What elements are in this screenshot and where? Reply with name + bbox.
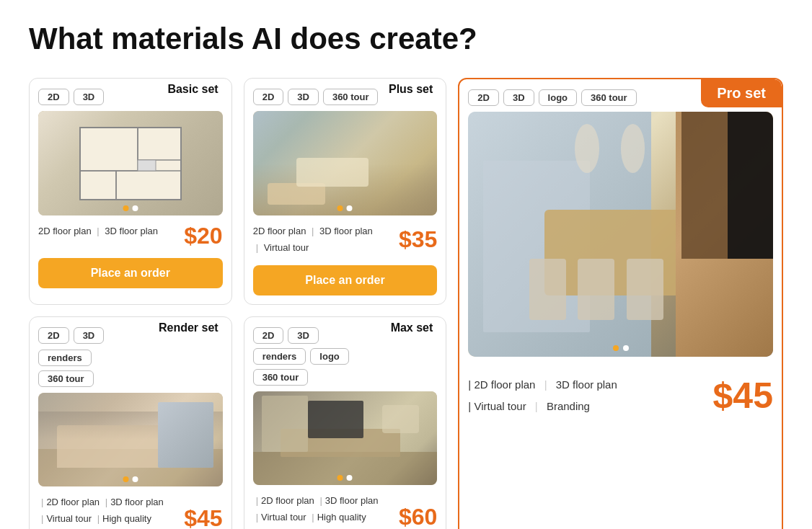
render-set-dots [123, 476, 138, 482]
tag-3d: 3D [503, 89, 534, 106]
dot-inactive [132, 476, 138, 482]
max-set-card: Max set 2D 3D renders logo 360 tour [244, 316, 447, 529]
feat-3d-floor: 3D floor plan [325, 495, 379, 506]
tag-2d: 2D [253, 89, 284, 105]
tag-3d: 3D [288, 327, 319, 344]
render-set-title: Render set [146, 317, 231, 339]
basic-set-title: Basic set [154, 79, 231, 100]
page-title: What materials AI does create? [29, 22, 783, 56]
max-set-price: $60 [399, 504, 437, 529]
plus-set-price: $35 [399, 226, 437, 253]
feat-branding: Branding [547, 400, 590, 412]
feat-virtual: Virtual tour [261, 512, 306, 523]
dot-active [613, 345, 619, 351]
plus-set-image [253, 111, 438, 215]
pro-set-bottom: | 2D floor plan | 3D floor plan | Virtua… [468, 374, 773, 417]
tag-renders: renders [253, 348, 306, 365]
basic-set-dots [123, 205, 138, 211]
feat-2d-floor: 2D floor plan [46, 497, 100, 507]
feat-2d-floor: 2D floor plan [38, 226, 92, 236]
svg-rect-5 [138, 160, 156, 171]
pro-set-price: $45 [713, 375, 773, 417]
plus-set-dots [337, 205, 353, 211]
basic-set-card: Basic set 2D 3D [29, 78, 232, 305]
dot-inactive [132, 205, 138, 211]
dot-inactive [623, 345, 629, 351]
render-set-price: $45 [184, 505, 222, 529]
tag-360: 360 tour [38, 370, 94, 387]
tag-3d: 3D [288, 89, 319, 105]
basic-set-price: $20 [184, 223, 222, 249]
tag-2d: 2D [38, 89, 69, 105]
feat-virtual-tour: Virtual tour [264, 242, 309, 253]
render-set-features: |2D floor plan |3D floor plan |Virtual t… [38, 494, 164, 529]
cards-grid: Basic set 2D 3D [29, 78, 783, 529]
plus-set-title: Plus set [376, 79, 446, 100]
tag-2d: 2D [468, 89, 499, 106]
dot-inactive [347, 205, 353, 211]
feat-2d-floor: 2D floor plan [474, 378, 535, 391]
feat-3d-floor: 3D floor plan [110, 497, 164, 507]
render-set-body: |2D floor plan |3D floor plan |Virtual t… [38, 494, 223, 529]
basic-set-features: 2D floor plan | 3D floor plan [38, 223, 158, 239]
tag-2d: 2D [253, 327, 284, 344]
tag-2d: 2D [38, 327, 69, 344]
max-set-features: |2D floor plan |3D floor plan |Virtual t… [253, 492, 379, 529]
pro-set-dots [613, 345, 629, 351]
feat-2d-floor: 2D floor plan [253, 226, 306, 236]
tag-3d: 3D [74, 327, 105, 344]
tag-3d: 3D [74, 89, 105, 105]
svg-rect-0 [80, 128, 181, 200]
basic-set-order-button[interactable]: Place an order [38, 258, 223, 288]
tag-renders: renders [38, 350, 92, 366]
plus-set-card: Plus set 2D 3D 360 tour 2D floor plan | [244, 78, 447, 305]
max-set-dots [337, 475, 353, 481]
plus-set-order-button[interactable]: Place an order [253, 265, 438, 295]
feat-2d-floor: 2D floor plan [261, 495, 314, 506]
feat-3d-floor: 3D floor plan [105, 226, 158, 236]
basic-set-body: 2D floor plan | 3D floor plan $20 [38, 223, 223, 249]
tag-logo: logo [539, 89, 577, 106]
pro-set-card: Pro set 2D 3D logo 360 tour [458, 78, 783, 529]
dot-active [337, 475, 343, 481]
plus-set-features: 2D floor plan | 3D floor plan | Virtual … [253, 223, 373, 257]
feat-virtual: Virtual tour [46, 513, 92, 524]
dot-active [123, 205, 128, 211]
pro-set-title: Pro set [701, 79, 782, 107]
plus-set-body: 2D floor plan | 3D floor plan | Virtual … [253, 223, 438, 257]
max-set-body: |2D floor plan |3D floor plan |Virtual t… [253, 492, 438, 529]
tag-360: 360 tour [581, 89, 637, 106]
pro-set-image [468, 112, 773, 357]
tag-360: 360 tour [253, 369, 309, 386]
feat-3d-floor: 3D floor plan [556, 378, 617, 391]
feat-3d-floor: 3D floor plan [319, 226, 373, 236]
floor-plan-svg [73, 120, 188, 207]
dot-inactive [347, 475, 353, 481]
dot-active [337, 205, 343, 211]
basic-set-image [38, 111, 223, 215]
pro-set-features: | 2D floor plan | 3D floor plan | Virtua… [468, 374, 617, 417]
tag-360: 360 tour [323, 89, 379, 105]
feat-hq: High quality [317, 512, 366, 523]
render-set-card: Render set 2D 3D renders 360 tour [29, 316, 232, 529]
max-set-title: Max set [378, 317, 446, 339]
tag-logo: logo [310, 348, 348, 365]
feat-virtual-tour: Virtual tour [474, 400, 526, 412]
dot-active [123, 476, 128, 482]
render-set-image [38, 393, 223, 486]
max-set-image [253, 391, 438, 485]
feat-hq: High quality [102, 513, 151, 524]
